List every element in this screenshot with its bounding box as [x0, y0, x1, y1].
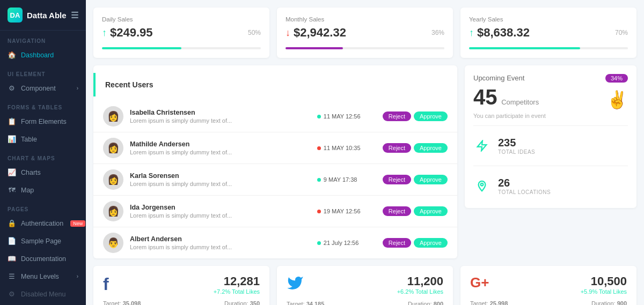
event-body: 45 Competitors You can participate in ev…: [473, 85, 628, 119]
yearly-sales-label: Yearly Sales: [469, 16, 628, 23]
avatar: 👩: [103, 106, 123, 127]
table-row: 👩 Karla Sorensen Lorem ipsum is simply d…: [93, 164, 457, 196]
user-actions: Reject Approve: [383, 238, 448, 248]
event-title: Upcoming Event: [473, 74, 524, 82]
approve-button[interactable]: Approve: [414, 206, 448, 216]
status-dot-green: [317, 178, 321, 182]
sidebar-item-menu-levels[interactable]: ☰ Menu Levels ›: [0, 267, 86, 285]
facebook-card: f 12,281 +7.2% Total Likes Target: 35,09…: [93, 266, 269, 305]
recent-users-card: Recent Users 👩 Isabella Christensen Lore…: [93, 65, 457, 258]
approve-button[interactable]: Approve: [414, 175, 448, 184]
event-badge: 34%: [605, 74, 628, 83]
monthly-sales-progress-bar: [286, 47, 343, 49]
stat-row-locations: 26 Total Locations: [473, 173, 628, 199]
chevron-right-icon: ›: [77, 85, 78, 91]
googleplus-target-value: 25,998: [490, 300, 508, 305]
daily-sales-value: ↑ $249.95: [102, 26, 153, 40]
charts-icon: 📈: [8, 168, 16, 176]
sidebar-item-sample-page[interactable]: 📄 Sample Page: [0, 232, 86, 250]
sidebar-item-disabled-menu: ⚙ Disabled Menu: [0, 285, 86, 303]
auth-icon: 🔒: [8, 219, 16, 227]
status-dot-green: [317, 241, 321, 245]
arrow-up-icon-yearly: ↑: [469, 27, 474, 39]
googleplus-count: 10,500: [581, 274, 627, 288]
event-count-section: 45 Competitors You can participate in ev…: [473, 85, 546, 119]
yearly-sales-progress-bar: [469, 47, 580, 49]
docs-icon: 📖: [8, 255, 16, 263]
reject-button[interactable]: Reject: [383, 175, 411, 184]
sidebar-item-component[interactable]: ⚙ Component ›: [0, 79, 86, 97]
sidebar-item-form-elements[interactable]: 📋 Form Elements: [0, 113, 86, 130]
hamburger-icon[interactable]: ☰: [71, 10, 78, 20]
sidebar-item-documentation[interactable]: 📖 Documentation: [0, 250, 86, 267]
facebook-likes: +7.2% Total Likes: [214, 288, 260, 295]
reject-button[interactable]: Reject: [383, 111, 411, 121]
user-desc: Lorem ipsum is simply dummy text of...: [130, 181, 311, 187]
user-desc: Lorem ipsum is simply dummy text of...: [130, 149, 311, 155]
avatar: 👩: [103, 201, 123, 221]
component-icon: ⚙: [8, 84, 16, 92]
user-name: Karla Sorensen: [130, 172, 311, 180]
sidebar-label-menu-levels: Menu Levels: [21, 273, 59, 280]
avatar: 👩: [103, 169, 123, 190]
user-actions: Reject Approve: [383, 175, 448, 184]
pages-section-label: Pages: [0, 199, 86, 214]
avatar: 👩: [103, 138, 123, 158]
user-desc: Lorem ipsum is simply dummy text of...: [130, 244, 311, 250]
reject-button[interactable]: Reject: [383, 206, 411, 216]
sidebar-item-map[interactable]: 🗺 Map: [0, 181, 86, 199]
user-desc: Lorem ipsum is simply dummy text of...: [130, 212, 311, 219]
charts-section-label: Chart & Maps: [0, 148, 86, 163]
yearly-sales-amount: $8,638.32: [477, 26, 530, 40]
event-count-label: Competitors: [501, 98, 539, 106]
sidebar-item-dashboard[interactable]: 🏠 Dashboard: [0, 46, 86, 64]
googleplus-likes: +5.9% Total Likes: [581, 288, 627, 295]
sidebar-label-disabled-menu: Disabled Menu: [21, 291, 65, 298]
approve-button[interactable]: Approve: [414, 143, 448, 153]
sidebar-item-authentication[interactable]: 🔒 Authentication New ›: [0, 214, 86, 232]
user-name: Albert Andersen: [130, 235, 311, 243]
menu-levels-icon: ☰: [8, 272, 16, 280]
user-date: 11 MAY 10:35: [317, 145, 376, 151]
table-row: 👩 Mathilde Andersen Lorem ipsum is simpl…: [93, 132, 457, 164]
approve-button[interactable]: Approve: [414, 111, 448, 121]
user-desc: Lorem ipsum is simply dummy text of...: [130, 117, 311, 124]
monthly-sales-progress-wrap: [286, 47, 444, 49]
event-sub-label: You can participate in event: [473, 113, 546, 119]
facebook-icon: f: [103, 274, 109, 294]
location-pin-icon: [473, 177, 491, 195]
approve-button[interactable]: Approve: [414, 238, 448, 248]
daily-sales-amount: $249.95: [110, 26, 153, 40]
googleplus-stats: Target: 25,998 Duration: 900: [470, 300, 627, 305]
reject-button[interactable]: Reject: [383, 238, 411, 248]
top-cards-row: Daily Sales ↑ $249.95 50% Monthly Sales …: [93, 8, 636, 58]
logo-text: Datta Able: [27, 11, 67, 20]
sidebar-label-form-elements: Form Elements: [21, 118, 67, 125]
sidebar-logo: DA Datta Able ☰: [0, 0, 86, 31]
daily-sales-label: Daily Sales: [102, 16, 261, 23]
status-dot-red: [317, 210, 321, 213]
arrow-up-icon-daily: ↑: [102, 27, 107, 39]
sidebar-item-charts[interactable]: 📈 Charts: [0, 163, 86, 181]
daily-sales-percent: 50%: [248, 29, 261, 36]
twitter-icon: [287, 274, 304, 295]
googleplus-duration-value: 900: [617, 300, 627, 305]
ui-section-label: UI Element: [0, 64, 86, 79]
stat-row-ideas: 235 Total Ideas: [473, 132, 628, 159]
sidebar-item-table[interactable]: 📊 Table: [0, 130, 86, 148]
reject-button[interactable]: Reject: [383, 143, 411, 153]
nav-section-label: Navigation: [0, 31, 86, 46]
user-info: Isabella Christensen Lorem ipsum is simp…: [130, 109, 311, 124]
sidebar-label-authentication: Authentication: [21, 220, 63, 227]
locations-count: 26: [498, 177, 551, 189]
form-icon: 📋: [8, 117, 16, 125]
sidebar-label-map: Map: [21, 187, 34, 194]
table-row: 👩 Isabella Christensen Lorem ipsum is si…: [93, 101, 457, 132]
ideas-stat: 235 Total Ideas: [498, 137, 535, 155]
user-info: Albert Andersen Lorem ipsum is simply du…: [130, 235, 311, 250]
sidebar-label-dashboard: Dashboard: [21, 51, 54, 59]
facebook-target-value: 35,098: [123, 300, 141, 305]
googleplus-counts: 10,500 +5.9% Total Likes: [581, 274, 627, 295]
event-emoji: ✌️: [606, 90, 628, 110]
bottom-social-row: f 12,281 +7.2% Total Likes Target: 35,09…: [93, 266, 636, 305]
